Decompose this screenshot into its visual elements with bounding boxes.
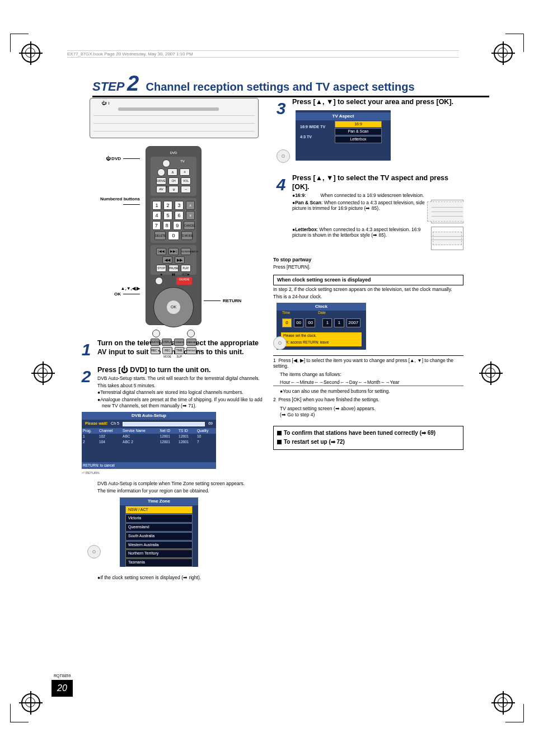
audio-button: AUDIO (151, 339, 160, 346)
ch-count: 69 (208, 421, 213, 426)
step-3-heading: Press [▲, ▼] to select your area and pre… (292, 98, 463, 107)
print-header: EX77_87GX.book Page 20 Wednesday, May 30… (67, 50, 459, 58)
step-2: 2 Press [⏻ DVD] to turn the unit on. DVB… (78, 366, 269, 581)
rewind-icon: ◀◀ (162, 256, 172, 264)
num-0: 0 (168, 231, 179, 240)
play-button: PLAY x1.3 ▶ (181, 265, 191, 272)
manskip-button: MANUAL SKIP (186, 339, 196, 346)
time-label: Time (282, 311, 290, 315)
slow-label: SLOW/SEARCH (181, 248, 191, 255)
chapter-button: CREATE CHAPTER (174, 339, 184, 346)
date-label: Date (318, 311, 326, 315)
step-2-body-2: This takes about 5 minutes. (97, 383, 269, 389)
step-number: 2 (127, 72, 139, 95)
return-icon (187, 330, 195, 337)
remote-dvd-label: DVD (151, 151, 196, 156)
crop-mark (10, 34, 29, 52)
ch-label: Ch 5 (111, 421, 119, 426)
table-row: 2104ABC 212801128017 (82, 439, 216, 445)
rec-button: REC ● (151, 347, 160, 354)
substep-1: 1 Press [◀, ▶] to select the item you wa… (273, 355, 463, 369)
callout-return: RETURN (204, 298, 249, 304)
dvb-autosetup-osd: DVB Auto-Setup Please wait! Ch 5 69 Prog… (82, 412, 216, 469)
step-1-number: 1 (78, 339, 94, 360)
progcheck-button: PROG/CHECK (186, 347, 196, 354)
side-label-169: 16:9 WIDE TV (300, 125, 325, 130)
confirm-box: To confirm that stations have been tuned… (273, 426, 463, 450)
page-up-icon: ∧ (186, 201, 195, 210)
callout-dvd: ⏻ DVD (95, 156, 140, 162)
clock-field: 2007 (346, 318, 360, 327)
clock-field: 0 (282, 318, 292, 327)
num-7: 7 (152, 221, 161, 230)
stop-heading: To stop partway (273, 257, 463, 263)
ch-down-icon: ∨ (168, 186, 179, 193)
navpad-icon (273, 336, 287, 350)
return-hint: ⏎ RETURN (82, 471, 269, 476)
page-down-icon: ∨ (186, 211, 195, 220)
clock-msg-2: OK: access RETURN: leave (281, 339, 362, 346)
step-4-number: 4 (273, 174, 289, 252)
device-diagram: ⏻/ I (90, 98, 259, 138)
timezone-osd: Time Zone NSW / ACT Victoria Queensland … (120, 497, 198, 567)
num-6: 6 (175, 211, 184, 220)
num-8: 8 (163, 221, 171, 230)
panscan-illustration (431, 200, 463, 223)
num-3: 3 (175, 201, 184, 210)
num-5: 5 (163, 211, 172, 220)
please-wait-label: Please wait! (85, 421, 107, 426)
stop-button: STOP ■ (156, 265, 166, 272)
option-icon (152, 330, 160, 337)
crop-mark (505, 704, 524, 722)
step-2-heading: Press [⏻ DVD] to turn the unit on. (97, 366, 269, 375)
left-column: ⏻/ I DVD TV ∧ + (78, 98, 269, 581)
list-item: South Australia (125, 532, 193, 541)
recmode-button: REC MODE (162, 347, 172, 354)
page-title: STEP 2 Channel reception settings and TV… (92, 72, 489, 97)
aspect-169: ●16:9: When connected to a 16:9 widescre… (292, 192, 463, 199)
clock-box-body-2: This is a 24-hour clock. (273, 294, 463, 300)
table-row: 1102ABC128011280110 (82, 434, 216, 439)
num-2: 2 (163, 201, 172, 210)
restart-line: To restart set up (➡ 72) (277, 439, 460, 446)
timezone-title: Time Zone (120, 497, 198, 505)
timeslip-button: TIME SLIP (175, 347, 184, 354)
step-2-bullet-2: ●Analogue channels are preset at the tim… (97, 397, 269, 408)
list-item: Letterbox (335, 136, 382, 143)
ok-button: OK (167, 300, 180, 314)
registration-mark (34, 364, 53, 383)
list-item: Queensland (125, 523, 193, 532)
step-2-body-1: DVB Auto-Setup starts. The unit will sea… (97, 375, 269, 382)
ffwd-icon: ▶▶ (175, 256, 185, 264)
power-label: ⏻/ I (101, 101, 110, 106)
after-note: TV aspect setting screen (➡ above) appea… (273, 406, 463, 417)
substep-1c: ●You can also use the numbered buttons f… (273, 388, 463, 395)
letterbox-illustration (431, 227, 463, 250)
page-number: 20 (51, 680, 73, 697)
stop-body: Press [RETURN]. (273, 264, 463, 270)
right-column: 3 Press [▲, ▼] to select your area and p… (273, 98, 463, 450)
navpad-icon (87, 545, 101, 558)
step-2-note: ●If the clock setting screen is displaye… (97, 575, 269, 581)
crop-mark (505, 34, 524, 52)
power-dvd-icon (162, 159, 170, 167)
tvaspect-osd: TV Aspect 16:9 WIDE TV 4:3 TV 16:9 Pan &… (296, 110, 391, 161)
smode-button: S.MODE (181, 231, 193, 240)
callout-numbered: Numbered buttons (86, 196, 140, 208)
display-button: DISPLAY (162, 339, 172, 346)
title-text: Channel reception settings and TV aspect… (146, 81, 415, 93)
callout-arrows: ▲,▼,◀,▶ OK (95, 286, 140, 297)
registration-mark (481, 364, 500, 383)
skip-back-icon: |◀◀ (156, 248, 166, 255)
nav-wheel: OK (153, 287, 194, 327)
vol-label: VOL (181, 177, 191, 185)
list-item: Pan & Scan (335, 128, 382, 135)
guide-button: GUIDE (176, 277, 191, 285)
drive-select-button: DRIVE SELECT (156, 177, 166, 185)
clock-osd: Clock TimeDate 0 00 00 1 1 2007 Please s… (277, 303, 366, 349)
list-item: Tasmania (125, 558, 193, 567)
ch-up-icon: ∧ (167, 168, 177, 176)
list-item: 16:9 (335, 121, 382, 128)
step-2-bullet-1: ●Terrestrial digital channels are stored… (97, 389, 269, 396)
clock-field: 1 (322, 318, 332, 327)
